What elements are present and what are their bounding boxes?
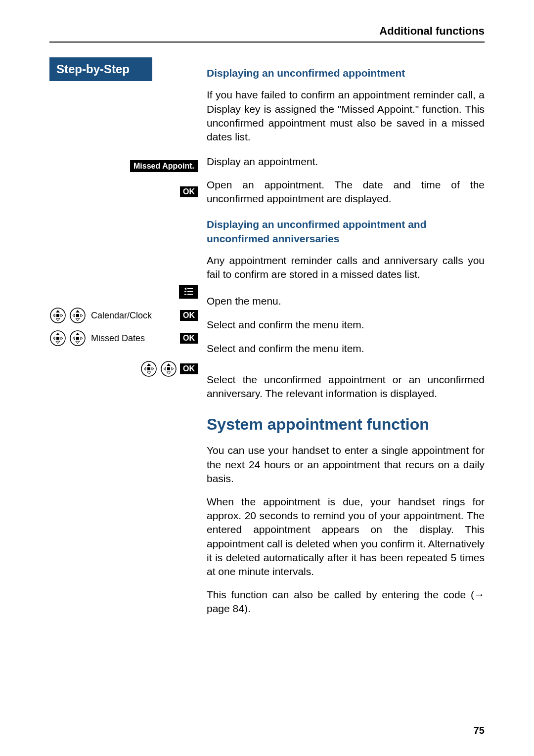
ok-key-icon: OK: [180, 363, 198, 374]
step-open-menu: Open the menu.: [207, 293, 485, 310]
svg-rect-16: [167, 367, 170, 370]
menu-item-calendar-clock: Calendar/Clock: [89, 311, 177, 321]
steps-sidebar: Step-by-Step Missed Appoint. OK: [49, 57, 198, 624]
sidebar-row-missed-dates: Missed Dates OK: [49, 330, 198, 347]
text-fragment: page 84).: [207, 603, 251, 614]
spacer: [49, 209, 198, 283]
paragraph-code-ref: This function can also be called by ente…: [207, 588, 485, 616]
nav-up-down-icon: [49, 307, 66, 324]
subheading-unconfirmed-appt-anniv: Displaying an unconfirmed appointment an…: [207, 218, 485, 246]
manual-page: Additional functions Step-by-Step Missed…: [0, 0, 534, 756]
svg-rect-3: [184, 291, 186, 292]
svg-rect-14: [147, 367, 150, 370]
paragraph: When the appointment is due, your handse…: [207, 495, 485, 579]
step-select-calendar: Select and confirm the menu item.: [207, 316, 485, 333]
svg-rect-1: [187, 291, 193, 292]
step-select-unconfirmed: Select the unconfirmed appointment or an…: [207, 372, 485, 401]
paragraph: You can use your handset to enter a sing…: [207, 444, 485, 486]
sidebar-row-missed-appoint: Missed Appoint.: [49, 158, 198, 175]
sidebar-row-nav-ok: OK: [49, 360, 198, 377]
sidebar-row-menu: [49, 283, 198, 300]
menu-key-icon: [179, 285, 198, 299]
sidebar-row-ok: OK: [49, 183, 198, 200]
svg-rect-6: [56, 314, 59, 317]
ok-key-icon: OK: [180, 333, 198, 344]
header-title: Additional functions: [379, 25, 485, 37]
step-display-appointment: Display an appointment.: [207, 153, 485, 170]
menu-item-missed-dates: Missed Dates: [89, 333, 177, 344]
nav-up-down-icon: [140, 360, 157, 377]
text-fragment: This function can also be called by ente…: [207, 589, 474, 600]
step-open-appointment: Open an appointment. The date and time o…: [207, 177, 485, 206]
svg-rect-4: [184, 294, 186, 295]
spacer: [207, 57, 485, 66]
svg-rect-0: [187, 288, 193, 289]
menu-glyph-icon: [183, 287, 193, 297]
subheading-unconfirmed-appt: Displaying an unconfirmed appointment: [207, 66, 485, 80]
heading-system-appointment: System appointment function: [207, 415, 485, 434]
sidebar-row-calendar-clock: Calendar/Clock OK: [49, 307, 198, 324]
ok-key-icon: OK: [180, 310, 198, 321]
two-column-layout: Step-by-Step Missed Appoint. OK: [49, 57, 485, 624]
page-number: 75: [474, 725, 485, 736]
nav-up-down-icon: [69, 330, 86, 347]
content-column: Displaying an unconfirmed appointment If…: [198, 57, 485, 624]
svg-rect-2: [187, 294, 193, 295]
nav-up-down-icon: [49, 330, 66, 347]
running-header: Additional functions: [49, 25, 485, 43]
nav-up-down-icon: [69, 307, 86, 324]
svg-rect-12: [76, 337, 79, 340]
svg-rect-8: [76, 314, 79, 317]
nav-up-down-icon: [160, 360, 177, 377]
ok-key-icon: OK: [180, 186, 198, 197]
missed-appoint-key: Missed Appoint.: [130, 160, 198, 172]
step-by-step-heading: Step-by-Step: [49, 57, 152, 81]
paragraph: If you have failed to confirm an appoint…: [207, 88, 485, 144]
paragraph: Any appointment reminder calls and anniv…: [207, 254, 485, 282]
arrow-right-icon: →: [474, 589, 485, 600]
svg-rect-10: [56, 337, 59, 340]
spacer: [49, 89, 198, 158]
step-select-missed-dates: Select and confirm the menu item.: [207, 340, 485, 357]
